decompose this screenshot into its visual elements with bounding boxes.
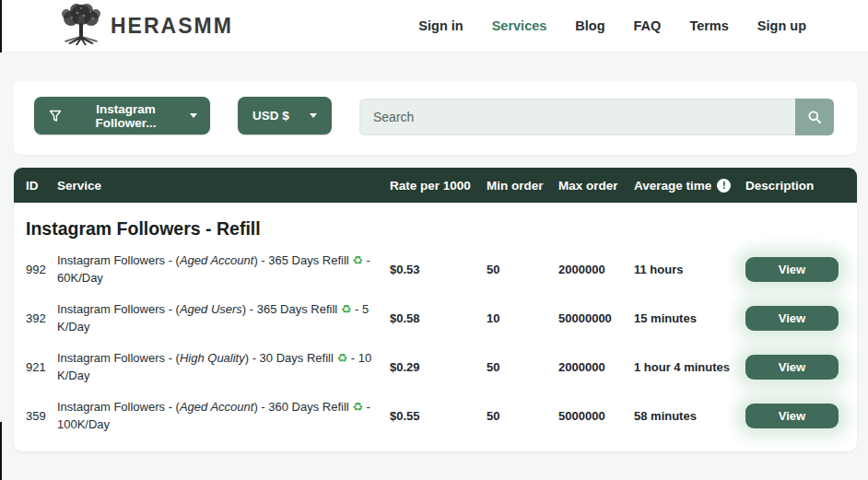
rate-cell: $0.55 <box>390 409 487 423</box>
service-pre: Instagram Followers - ( <box>57 351 180 365</box>
currency-label: USD $ <box>252 109 289 123</box>
screen-edge-line-bottom <box>0 422 2 480</box>
nav-sign-in[interactable]: Sign in <box>418 18 463 33</box>
row-id: 359 <box>26 409 57 423</box>
search-icon <box>807 110 822 124</box>
min-order-cell: 10 <box>487 311 558 325</box>
rate-cell: $0.53 <box>390 263 487 276</box>
recycle-icon: ♻ <box>352 253 363 267</box>
max-order-cell: 50000000 <box>558 311 634 325</box>
service-mid: ) - 365 Days Refill <box>242 302 341 316</box>
column-header-id: ID <box>26 179 57 193</box>
nav-sign-up[interactable]: Sign up <box>757 18 806 33</box>
average-time-cell: 58 minutes <box>634 409 745 423</box>
row-id: 992 <box>26 263 57 276</box>
nav-blog[interactable]: Blog <box>575 18 604 33</box>
service-name: Instagram Followers - (Aged Users) - 365… <box>57 301 390 336</box>
filter-bar-card: Instagram Follower... USD $ <box>14 81 857 155</box>
max-order-cell: 2000000 <box>558 360 634 374</box>
average-time-cell: 15 minutes <box>634 311 745 325</box>
table-body: 992 Instagram Followers - (Aged Account)… <box>14 245 857 440</box>
row-id: 921 <box>26 360 57 374</box>
recycle-icon: ♻ <box>341 302 352 316</box>
service-italic: Aged Users <box>180 302 242 316</box>
min-order-cell: 50 <box>487 409 558 423</box>
recycle-icon: ♻ <box>336 351 347 365</box>
service-pre: Instagram Followers - ( <box>57 253 180 267</box>
page: HERASMM Sign in Services Blog FAQ Terms … <box>0 0 868 480</box>
description-cell: View <box>745 306 845 331</box>
column-header-average-time: Average time ! <box>634 179 745 193</box>
column-header-description: Description <box>745 179 845 193</box>
category-filter-label: Instagram Follower... <box>70 102 182 130</box>
service-mid: ) - 360 Days Refill <box>253 400 352 414</box>
column-header-min-order: Min order <box>487 179 558 193</box>
row-id: 392 <box>26 311 57 325</box>
service-name: Instagram Followers - (High Quality) - 3… <box>57 350 390 385</box>
chevron-down-icon <box>190 113 197 118</box>
funnel-icon <box>49 110 62 123</box>
service-italic: Aged Account <box>180 400 253 414</box>
service-italic: High Quality <box>180 351 245 365</box>
screen-edge-line-top <box>0 0 2 53</box>
rate-cell: $0.29 <box>390 360 487 374</box>
category-filter-dropdown[interactable]: Instagram Follower... <box>34 97 210 135</box>
search-bar <box>359 99 834 135</box>
service-mid: ) - 30 Days Refill <box>245 351 337 365</box>
top-navigation-bar: HERASMM Sign in Services Blog FAQ Terms … <box>0 0 868 53</box>
info-icon[interactable]: ! <box>717 179 731 193</box>
service-pre: Instagram Followers - ( <box>57 400 180 414</box>
nav-faq[interactable]: FAQ <box>634 18 662 33</box>
logo-tree-icon <box>55 1 107 51</box>
service-italic: Aged Account <box>180 253 253 267</box>
table-row: 392 Instagram Followers - (Aged Users) -… <box>14 294 857 343</box>
description-cell: View <box>745 257 845 282</box>
average-time-cell: 11 hours <box>634 263 745 276</box>
average-time-cell: 1 hour 4 minutes <box>634 360 745 374</box>
nav-services[interactable]: Services <box>492 18 547 33</box>
view-button[interactable]: View <box>745 306 839 331</box>
currency-dropdown[interactable]: USD $ <box>238 97 332 135</box>
search-button[interactable] <box>795 99 834 135</box>
table-row: 921 Instagram Followers - (High Quality)… <box>14 343 857 392</box>
column-header-max-order: Max order <box>558 179 634 193</box>
table-header-row: ID Service Rate per 1000 Min order Max o… <box>14 168 857 203</box>
description-cell: View <box>745 404 845 428</box>
search-input[interactable] <box>359 99 795 135</box>
brand-logo[interactable]: HERASMM <box>55 1 233 51</box>
service-name: Instagram Followers - (Aged Account) - 3… <box>57 399 390 434</box>
service-pre: Instagram Followers - ( <box>57 302 180 316</box>
max-order-cell: 5000000 <box>558 409 634 423</box>
category-section-title: Instagram Followers - Refill <box>14 203 857 245</box>
view-button[interactable]: View <box>745 404 839 428</box>
brand-name: HERASMM <box>111 14 233 39</box>
description-cell: View <box>745 355 845 380</box>
view-button[interactable]: View <box>745 355 839 380</box>
column-header-rate: Rate per 1000 <box>390 179 487 193</box>
min-order-cell: 50 <box>487 360 558 374</box>
table-row: 359 Instagram Followers - (Aged Account)… <box>14 392 857 440</box>
services-table-card: ID Service Rate per 1000 Min order Max o… <box>14 168 857 451</box>
column-header-service: Service <box>57 179 390 193</box>
table-row: 992 Instagram Followers - (Aged Account)… <box>14 245 857 294</box>
service-mid: ) - 365 Days Refill <box>253 253 352 267</box>
nav-terms[interactable]: Terms <box>689 18 728 33</box>
recycle-icon: ♻ <box>352 400 363 414</box>
max-order-cell: 2000000 <box>558 263 634 276</box>
rate-cell: $0.58 <box>390 311 487 325</box>
average-time-label: Average time <box>634 179 711 193</box>
view-button[interactable]: View <box>745 257 839 282</box>
service-name: Instagram Followers - (Aged Account) - 3… <box>57 252 390 287</box>
main-nav: Sign in Services Blog FAQ Terms Sign up <box>418 18 806 33</box>
chevron-down-icon <box>310 113 317 118</box>
min-order-cell: 50 <box>487 263 558 276</box>
